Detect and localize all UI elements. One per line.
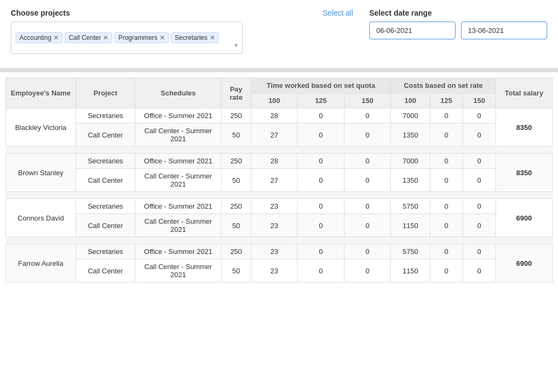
tag-close-icon[interactable]: ✕ — [53, 35, 59, 41]
schedule-cell: Call Center - Summer 2021 — [135, 123, 222, 147]
divider — [0, 68, 558, 72]
data-cell: 0 — [298, 108, 344, 123]
data-cell: 0 — [344, 214, 391, 237]
pay-rate-cell: 250 — [222, 108, 251, 123]
spacer-row — [6, 147, 553, 154]
sub-header-cost-100: 100 — [391, 93, 430, 108]
dropdown-arrow-icon[interactable]: ▾ — [235, 42, 238, 49]
tag-label: Secretaries — [175, 34, 208, 42]
data-cell: 0 — [344, 108, 391, 123]
data-cell: 28 — [251, 108, 298, 123]
employee-name-cell: Blackley Victoria — [6, 108, 76, 147]
data-cell: 0 — [344, 154, 391, 169]
pay-rate-cell: 250 — [222, 199, 251, 214]
data-cell: 0 — [298, 199, 344, 214]
sub-header-time-100: 100 — [251, 93, 298, 108]
total-salary-cell: 8350 — [495, 154, 552, 192]
data-cell: 1350 — [391, 169, 430, 192]
sub-header-time-150: 150 — [344, 93, 391, 108]
project-cell: Call Center — [76, 169, 135, 192]
schedule-cell: Office - Summer 2021 — [135, 199, 222, 214]
table-row: Farrow AureliaSecretariesOffice - Summer… — [6, 244, 553, 259]
col-header-employee: Employee's Name — [6, 78, 76, 108]
data-cell: 0 — [298, 214, 344, 237]
data-cell: 27 — [251, 123, 298, 147]
data-cell: 27 — [251, 169, 298, 192]
total-salary-cell: 8350 — [495, 108, 552, 147]
col-header-costs: Costs based on set rate — [391, 78, 496, 93]
tag-label: Programmers — [118, 34, 157, 42]
col-header-project: Project — [76, 78, 135, 108]
schedule-cell: Call Center - Summer 2021 — [135, 169, 222, 192]
data-cell: 0 — [430, 214, 463, 237]
data-cell: 7000 — [391, 154, 430, 169]
table-row: Blackley VictoriaSecretariesOffice - Sum… — [6, 108, 553, 123]
employee-name-cell: Connors David — [6, 199, 76, 237]
data-cell: 5750 — [391, 244, 430, 259]
data-cell: 23 — [251, 244, 298, 259]
data-cell: 0 — [463, 214, 495, 237]
tag-close-icon[interactable]: ✕ — [103, 35, 108, 41]
table-row: Connors DavidSecretariesOffice - Summer … — [6, 199, 553, 214]
schedule-cell: Office - Summer 2021 — [135, 244, 222, 259]
data-cell: 0 — [344, 244, 391, 259]
tag-close-icon[interactable]: ✕ — [160, 35, 165, 41]
sub-header-cost-150: 150 — [463, 93, 495, 108]
project-cell: Secretaries — [76, 154, 135, 169]
table-row: Call CenterCall Center - Summer 20215023… — [6, 214, 553, 237]
data-cell: 0 — [344, 199, 391, 214]
tag-secretaries[interactable]: Secretaries ✕ — [171, 32, 219, 43]
schedule-cell: Call Center - Summer 2021 — [135, 214, 222, 237]
table-row: Call CenterCall Center - Summer 20215027… — [6, 169, 553, 192]
table-row: Brown StanleySecretariesOffice - Summer … — [6, 154, 553, 169]
tag-programmers[interactable]: Programmers ✕ — [114, 32, 169, 43]
pay-rate-cell: 250 — [222, 244, 251, 259]
data-cell: 0 — [463, 259, 495, 283]
tag-accounting[interactable]: Accounting ✕ — [16, 32, 63, 43]
tag-call-center[interactable]: Call Center ✕ — [65, 32, 112, 43]
data-cell: 1350 — [391, 123, 430, 147]
data-cell: 0 — [430, 244, 463, 259]
data-cell: 0 — [430, 154, 463, 169]
table-row: Call CenterCall Center - Summer 20215027… — [6, 123, 553, 147]
col-header-total-salary: Total salary — [495, 78, 552, 108]
spacer-row — [6, 192, 553, 199]
data-cell: 0 — [430, 123, 463, 147]
projects-tag-input[interactable]: Accounting ✕ Call Center ✕ Programmers ✕… — [11, 22, 243, 54]
tag-label: Accounting — [19, 34, 51, 42]
schedule-cell: Office - Summer 2021 — [135, 154, 222, 169]
choose-projects-label: Choose projects — [11, 9, 70, 17]
data-cell: 0 — [298, 154, 344, 169]
date-range-label: Select date range — [369, 9, 547, 17]
date-from-input[interactable] — [369, 22, 456, 39]
project-cell: Secretaries — [76, 108, 135, 123]
data-cell: 0 — [298, 244, 344, 259]
col-header-time-worked: Time worked based on set quota — [251, 78, 391, 93]
spacer-row — [6, 237, 553, 244]
data-cell: 0 — [463, 169, 495, 192]
data-cell: 1150 — [391, 214, 430, 237]
pay-rate-cell: 50 — [222, 123, 251, 147]
data-cell: 0 — [463, 199, 495, 214]
pay-rate-cell: 50 — [222, 214, 251, 237]
data-cell: 23 — [251, 199, 298, 214]
data-cell: 0 — [463, 244, 495, 259]
employee-name-cell: Brown Stanley — [6, 154, 76, 192]
sub-header-time-125: 125 — [298, 93, 344, 108]
data-cell: 0 — [430, 199, 463, 214]
data-cell: 5750 — [391, 199, 430, 214]
employee-name-cell: Farrow Aurelia — [6, 244, 76, 283]
pay-rate-cell: 50 — [222, 259, 251, 283]
tag-close-icon[interactable]: ✕ — [210, 35, 215, 41]
data-cell: 23 — [251, 214, 298, 237]
data-cell: 0 — [298, 123, 344, 147]
table-row: Call CenterCall Center - Summer 20215023… — [6, 259, 553, 283]
schedule-cell: Office - Summer 2021 — [135, 108, 222, 123]
data-cell: 0 — [430, 169, 463, 192]
project-cell: Call Center — [76, 123, 135, 147]
select-all-link[interactable]: Select all — [322, 9, 353, 17]
tag-label: Call Center — [68, 34, 101, 42]
data-cell: 0 — [463, 123, 495, 147]
data-cell: 0 — [344, 123, 391, 147]
date-to-input[interactable] — [461, 22, 547, 39]
